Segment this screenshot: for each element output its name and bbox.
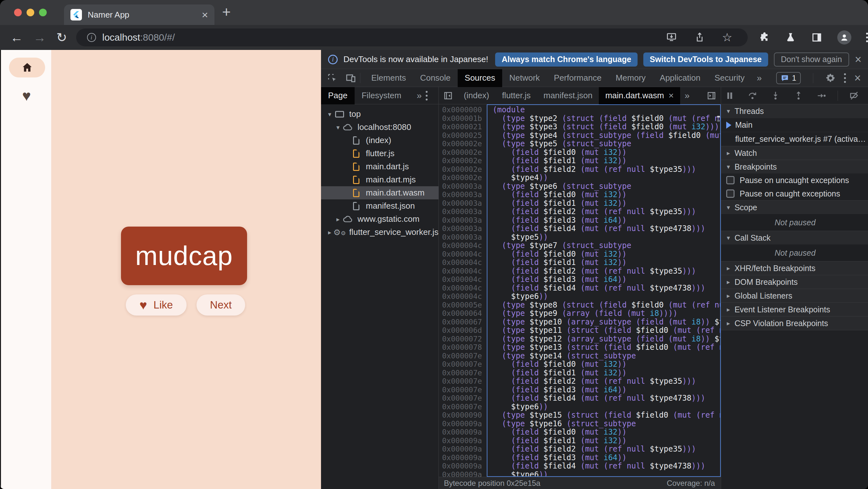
bytecode-offset[interactable]: 0x000002e bbox=[439, 140, 487, 148]
more-navigator-tabs-icon[interactable]: » bbox=[417, 91, 421, 101]
navigator-tab-filesystem[interactable]: Filesystem bbox=[354, 87, 408, 104]
bytecode-offset[interactable]: 0x0000025 bbox=[439, 131, 487, 140]
devtools-tab-elements[interactable]: Elements bbox=[364, 69, 413, 87]
tree-arrow-icon[interactable]: ▾ bbox=[334, 124, 342, 131]
issues-button[interactable]: 1 bbox=[776, 72, 801, 84]
bytecode-offset[interactable]: 0x000004c bbox=[439, 275, 487, 284]
devtools-tab-application[interactable]: Application bbox=[653, 69, 707, 87]
bytecode-offset[interactable]: 0x000003a bbox=[439, 233, 487, 242]
pause-script-icon[interactable] bbox=[725, 91, 735, 100]
site-info-icon[interactable]: i bbox=[87, 33, 96, 42]
url-text[interactable]: localhost:8080/#/ bbox=[102, 32, 175, 43]
bytecode-offset[interactable]: 0x000007e bbox=[439, 360, 487, 369]
bytecode-offset[interactable]: 0x000009a bbox=[439, 454, 487, 462]
bytecode-offset[interactable]: 0x000007e bbox=[439, 394, 487, 403]
bytecode-offset[interactable]: 0x000002e bbox=[439, 165, 487, 174]
bookmark-star-icon[interactable]: ☆ bbox=[722, 32, 732, 43]
checkbox-icon[interactable] bbox=[726, 189, 735, 198]
tree-item-top[interactable]: ▾top bbox=[321, 108, 438, 121]
step-icon[interactable] bbox=[816, 91, 827, 101]
next-button[interactable]: Next bbox=[196, 295, 245, 315]
devtools-tab-memory[interactable]: Memory bbox=[609, 69, 653, 87]
bytecode-offset[interactable]: 0x000004c bbox=[439, 267, 487, 276]
devtools-tab-sources[interactable]: Sources bbox=[458, 69, 502, 87]
maximize-window-button[interactable] bbox=[39, 9, 47, 16]
section-header-watch[interactable]: ▸Watch bbox=[721, 146, 868, 160]
bytecode-offset[interactable]: 0x000003a bbox=[439, 182, 487, 191]
close-editor-tab-icon[interactable]: × bbox=[669, 91, 674, 101]
labs-flask-icon[interactable] bbox=[785, 32, 796, 43]
minimize-window-button[interactable] bbox=[27, 9, 34, 16]
tree-item-flutter-service-worker.js[interactable]: ▸⚙⚙flutter_service_worker.js bbox=[321, 225, 438, 239]
match-language-button[interactable]: Always match Chrome's language bbox=[495, 53, 638, 67]
step-over-icon[interactable] bbox=[747, 91, 757, 101]
section-header-call-stack[interactable]: ▾Call Stack bbox=[721, 231, 868, 245]
device-toolbar-icon[interactable] bbox=[345, 73, 356, 84]
install-app-icon[interactable] bbox=[666, 32, 677, 43]
tree-arrow-icon[interactable]: ▸ bbox=[334, 215, 342, 223]
devtools-settings-gear-icon[interactable] bbox=[826, 73, 836, 83]
address-bar[interactable]: i localhost:8080/#/ ☆ bbox=[76, 29, 748, 47]
bytecode-offset[interactable]: 0x000001b bbox=[439, 114, 487, 123]
bytecode-offset[interactable]: 0x000009a bbox=[439, 420, 487, 428]
editor-tab-flutter.js[interactable]: flutter.js bbox=[495, 87, 537, 104]
bytecode-offset[interactable]: 0x0000000 bbox=[439, 105, 487, 114]
browser-tab[interactable]: Namer App × bbox=[64, 4, 214, 25]
bytecode-offset[interactable]: 0x0000078 bbox=[439, 343, 487, 352]
more-panels-icon[interactable]: » bbox=[756, 73, 761, 83]
section-header-breakpoints[interactable]: ▾Breakpoints bbox=[721, 160, 868, 174]
bytecode-offset[interactable]: 0x0000064 bbox=[439, 309, 487, 318]
bytecode-offset[interactable]: 0x000006d bbox=[439, 326, 487, 335]
step-out-icon[interactable] bbox=[794, 91, 804, 101]
devtools-close-icon[interactable]: × bbox=[854, 71, 861, 85]
bytecode-offset[interactable]: 0x000007e bbox=[439, 377, 487, 386]
dont-show-again-button[interactable]: Don't show again bbox=[774, 53, 849, 67]
extensions-puzzle-icon[interactable] bbox=[758, 32, 770, 43]
section-header-scope[interactable]: ▾Scope bbox=[721, 201, 868, 214]
browser-menu-icon[interactable] bbox=[866, 33, 868, 42]
forward-button[interactable]: → bbox=[33, 31, 46, 44]
bytecode-offset[interactable]: 0x000009a bbox=[439, 462, 487, 470]
checkbox-pause-on-caught-exceptions[interactable]: Pause on caught exceptions bbox=[721, 187, 868, 200]
tree-arrow-icon[interactable]: ▸ bbox=[326, 228, 334, 236]
section-header-event-listener-breakpoints[interactable]: ▸Event Listener Breakpoints bbox=[721, 303, 868, 316]
section-header-dom-breakpoints[interactable]: ▸DOM Breakpoints bbox=[721, 275, 868, 289]
bytecode-offset[interactable]: 0x000002e bbox=[439, 174, 487, 182]
bytecode-offset[interactable]: 0x0000067 bbox=[439, 318, 487, 327]
bytecode-offset[interactable]: 0x0000072 bbox=[439, 335, 487, 343]
section-header-csp-violation-breakpoints[interactable]: ▸CSP Violation Breakpoints bbox=[721, 316, 868, 330]
bytecode-offset[interactable]: 0x000003a bbox=[439, 207, 487, 216]
bytecode-offset[interactable]: 0x000009a bbox=[439, 470, 487, 477]
code-viewer[interactable]: 0x00000000x000001b0x00000210x00000250x00… bbox=[439, 104, 721, 477]
tree-item-main.dart.wasm[interactable]: main.dart.wasm bbox=[321, 186, 438, 200]
side-panel-icon[interactable] bbox=[811, 32, 823, 43]
tree-arrow-icon[interactable]: ▾ bbox=[326, 111, 334, 118]
checkbox-icon[interactable] bbox=[726, 176, 735, 184]
editor-tab-main.dart.wasm[interactable]: main.dart.wasm× bbox=[599, 87, 680, 104]
editor-tab--index-[interactable]: (index) bbox=[457, 87, 495, 104]
reload-button[interactable]: ↻ bbox=[56, 31, 67, 44]
share-icon[interactable] bbox=[694, 32, 705, 43]
tree-item-www.gstatic.com[interactable]: ▸www.gstatic.com bbox=[321, 213, 438, 225]
bytecode-offset[interactable]: 0x000007e bbox=[439, 403, 487, 411]
devtools-menu-icon[interactable] bbox=[844, 73, 846, 83]
bytecode-offset[interactable]: 0x000003a bbox=[439, 199, 487, 208]
bytecode-offset[interactable]: 0x000004c bbox=[439, 284, 487, 293]
thread-row-flutter-service-worker-js-7-ac[interactable]: flutter_service_worker.js #7 (activa… bbox=[721, 132, 868, 146]
devtools-tab-network[interactable]: Network bbox=[502, 69, 547, 87]
tree-item-localhost-8080[interactable]: ▾localhost:8080 bbox=[321, 121, 438, 134]
hide-navigator-icon[interactable] bbox=[443, 91, 453, 100]
tree-item--index-[interactable]: (index) bbox=[321, 134, 438, 147]
bytecode-offset[interactable]: 0x000003a bbox=[439, 224, 487, 233]
bytecode-offset[interactable]: 0x000009a bbox=[439, 436, 487, 445]
bytecode-offset[interactable]: 0x000002e bbox=[439, 156, 487, 165]
navigator-menu-icon[interactable] bbox=[426, 91, 428, 100]
new-tab-button[interactable]: + bbox=[222, 4, 231, 19]
section-header-threads[interactable]: ▾Threads bbox=[721, 104, 868, 118]
bytecode-offset[interactable]: 0x000004c bbox=[439, 258, 487, 267]
devtools-tab-performance[interactable]: Performance bbox=[547, 69, 609, 87]
profile-avatar[interactable] bbox=[837, 30, 851, 44]
bytecode-offset[interactable]: 0x000004c bbox=[439, 241, 487, 250]
bytecode-offset[interactable]: 0x000004c bbox=[439, 250, 487, 258]
bytecode-offset[interactable]: 0x000005e bbox=[439, 301, 487, 309]
